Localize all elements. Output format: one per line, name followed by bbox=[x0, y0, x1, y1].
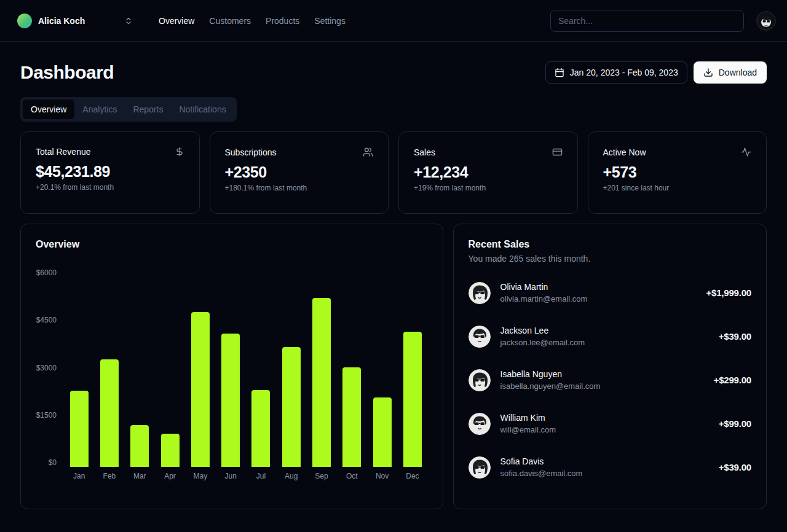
chart-y-tick: $4500 bbox=[36, 316, 57, 324]
download-button[interactable]: Download bbox=[694, 61, 767, 84]
stat-card-sales: Sales +12,234 +19% from last month bbox=[398, 131, 578, 214]
customer-avatar bbox=[469, 282, 491, 304]
sale-row: Isabella Nguyen isabella.nguyen@email.co… bbox=[469, 368, 751, 392]
sale-row: Olivia Martin olivia.martin@email.com +$… bbox=[469, 281, 751, 305]
calendar-icon bbox=[555, 68, 564, 77]
recent-sales-card: Recent Sales You made 265 sales this mon… bbox=[453, 224, 767, 509]
top-nav: Alicia Koch Overview Customers Products … bbox=[0, 0, 787, 42]
chart-bar bbox=[70, 391, 89, 467]
chart-bar bbox=[373, 397, 392, 467]
customer-avatar bbox=[469, 456, 491, 479]
customer-email: isabella.nguyen@email.com bbox=[500, 380, 601, 392]
main-content: Dashboard Jan 20, 2023 - Feb 09, 2023 Do… bbox=[0, 42, 787, 509]
nav-link-products[interactable]: Products bbox=[266, 16, 299, 26]
bar-column: Oct bbox=[337, 268, 367, 480]
chart-x-tick: Aug bbox=[285, 472, 298, 480]
chart-x-tick: Nov bbox=[376, 472, 389, 480]
team-switcher[interactable]: Alicia Koch bbox=[17, 14, 133, 28]
user-avatar[interactable] bbox=[756, 11, 776, 31]
chart-y-tick: $3000 bbox=[36, 364, 57, 372]
customer-name: Jackson Lee bbox=[500, 324, 585, 337]
chart-bar bbox=[251, 390, 270, 467]
content-row: Overview $6000$4500$3000$1500$0 JanFebMa… bbox=[20, 224, 767, 509]
nav-link-settings[interactable]: Settings bbox=[314, 16, 346, 26]
sale-row: Jackson Lee jackson.lee@email.com +$39.0… bbox=[469, 324, 751, 348]
tabs: Overview Analytics Reports Notifications bbox=[20, 97, 237, 122]
customer-name: William Kim bbox=[500, 412, 556, 424]
chart-x-tick: Apr bbox=[164, 472, 176, 480]
chart-x-tick: Jan bbox=[73, 472, 85, 480]
activity-icon bbox=[741, 147, 751, 157]
team-name: Alicia Koch bbox=[38, 16, 85, 26]
search-input[interactable] bbox=[550, 10, 744, 32]
stat-title: Sales bbox=[414, 147, 435, 157]
users-icon bbox=[363, 147, 373, 157]
stat-value: $45,231.89 bbox=[36, 163, 184, 181]
stat-card-subscriptions: Subscriptions +2350 +180.1% from last mo… bbox=[210, 131, 389, 214]
customer-name: Sofia Davis bbox=[500, 455, 583, 467]
page-title: Dashboard bbox=[20, 61, 114, 84]
bar-column: Apr bbox=[155, 268, 185, 480]
chevrons-up-down-icon bbox=[124, 17, 133, 25]
dollar-sign-icon bbox=[175, 147, 184, 157]
customer-email: olivia.martin@email.com bbox=[500, 293, 588, 305]
bar-column: Dec bbox=[397, 268, 427, 480]
sale-info: Jackson Lee jackson.lee@email.com bbox=[500, 324, 585, 348]
overview-chart-card: Overview $6000$4500$3000$1500$0 JanFebMa… bbox=[20, 224, 443, 509]
chart-x-tick: Sep bbox=[315, 472, 328, 480]
sale-amount: +$39.00 bbox=[719, 462, 751, 472]
bar-column: Jul bbox=[246, 268, 276, 480]
bar-column: Sep bbox=[306, 268, 336, 480]
chart-bar bbox=[403, 332, 422, 467]
bar-column: Aug bbox=[276, 268, 306, 480]
bar-chart-bars: JanFebMarAprMayJunJulAugSepOctNovDec bbox=[64, 268, 428, 480]
stat-title: Active Now bbox=[603, 147, 646, 157]
sale-row: Sofia Davis sofia.davis@email.com +$39.0… bbox=[469, 455, 751, 479]
nav-link-overview[interactable]: Overview bbox=[159, 16, 194, 26]
tab-reports[interactable]: Reports bbox=[125, 100, 171, 119]
chart-y-tick: $1500 bbox=[36, 411, 57, 420]
chart-x-tick: Jun bbox=[224, 472, 236, 480]
stat-title: Total Revenue bbox=[36, 147, 91, 157]
sale-amount: +$39.00 bbox=[719, 331, 751, 342]
sale-info: Sofia Davis sofia.davis@email.com bbox=[500, 455, 583, 479]
chart-x-tick: Feb bbox=[103, 472, 116, 480]
stat-card-total-revenue: Total Revenue $45,231.89 +20.1% from las… bbox=[20, 131, 200, 214]
tab-overview[interactable]: Overview bbox=[23, 100, 74, 119]
credit-card-icon bbox=[552, 147, 563, 157]
stat-title: Subscriptions bbox=[225, 147, 277, 157]
sale-info: Olivia Martin olivia.martin@email.com bbox=[500, 281, 588, 305]
chart-y-axis: $6000$4500$3000$1500$0 bbox=[36, 268, 64, 467]
chart-bar bbox=[191, 312, 210, 467]
bar-column: Nov bbox=[367, 268, 397, 480]
date-range-button[interactable]: Jan 20, 2023 - Feb 09, 2023 bbox=[545, 61, 687, 84]
customer-email: sofia.davis@email.com bbox=[500, 467, 583, 479]
customer-email: jackson.lee@email.com bbox=[500, 337, 585, 348]
page-header: Dashboard Jan 20, 2023 - Feb 09, 2023 Do… bbox=[20, 61, 767, 84]
tab-notifications[interactable]: Notifications bbox=[171, 100, 234, 119]
tab-analytics[interactable]: Analytics bbox=[74, 100, 125, 119]
stat-change: +20.1% from last month bbox=[36, 183, 184, 192]
chart-y-tick: $0 bbox=[49, 458, 57, 467]
stat-value: +573 bbox=[603, 163, 752, 181]
customer-name: Olivia Martin bbox=[500, 281, 588, 293]
chart-bar bbox=[342, 367, 361, 467]
bar-column: Jan bbox=[64, 268, 94, 480]
chart-bar bbox=[130, 425, 149, 467]
date-range-label: Jan 20, 2023 - Feb 09, 2023 bbox=[570, 68, 678, 77]
team-avatar bbox=[17, 14, 32, 28]
dashboard-page: Alicia Koch Overview Customers Products … bbox=[0, 0, 787, 532]
customer-avatar bbox=[469, 413, 491, 435]
chart-bar bbox=[161, 434, 180, 467]
sale-amount: +$99.00 bbox=[719, 418, 751, 429]
sale-amount: +$299.00 bbox=[714, 375, 751, 385]
nav-link-customers[interactable]: Customers bbox=[209, 16, 251, 26]
customer-avatar bbox=[469, 369, 491, 391]
chart-x-tick: Mar bbox=[133, 472, 146, 480]
sale-row: William Kim will@email.com +$99.00 bbox=[469, 412, 751, 436]
stat-change: +19% from last month bbox=[414, 184, 563, 192]
chart-title: Overview bbox=[36, 239, 428, 250]
header-controls: Jan 20, 2023 - Feb 09, 2023 Download bbox=[545, 61, 767, 84]
recent-sales-subtitle: You made 265 sales this month. bbox=[469, 254, 751, 264]
chart-bar bbox=[221, 334, 240, 467]
